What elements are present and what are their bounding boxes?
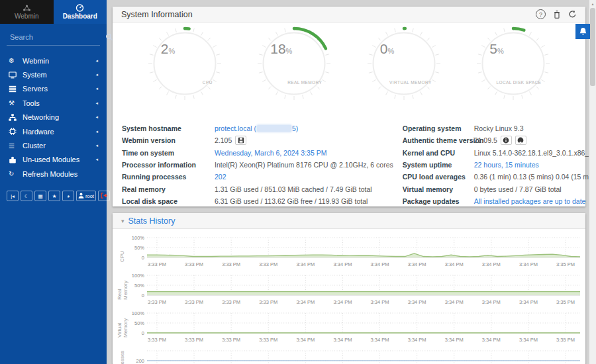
chevron-left-icon: ◂ [95, 143, 98, 148]
sidebar-item-servers[interactable]: Servers◂ [0, 82, 107, 96]
sidebar-item-un-used-modules[interactable]: Un-used Modules◂ [0, 153, 107, 167]
chart-xtick: 3:33 PM [222, 261, 240, 267]
user-button[interactable]: root [76, 191, 96, 201]
notifications-bell-icon[interactable] [575, 24, 590, 39]
usage-stats-button[interactable]: ◕ [62, 191, 74, 201]
search-input[interactable] [9, 32, 105, 42]
info-row: Processor informationIntel(R) Xeon(R) Pl… [122, 159, 393, 171]
chart-xtick: 3:34 PM [445, 299, 464, 305]
chart-plot: 3:33 PM3:33 PM3:33 PM3:33 PM3:34 PM3:34 … [147, 275, 580, 312]
info-row: CPU load averages0.36 (1 min) 0.13 (5 mi… [403, 171, 596, 183]
chart-xtick: 3:34 PM [482, 337, 501, 343]
info-value[interactable]: 202 [215, 173, 226, 181]
sidebar-item-hardware[interactable]: Hardware◂ [0, 124, 107, 138]
system-info-right-column: Operating systemRocky Linux 9.3Authentic… [403, 122, 596, 207]
refresh-icon[interactable] [568, 10, 577, 19]
gauge-virtual-memory: 0% VIRTUAL MEMORY [366, 25, 442, 102]
info-label: Webmin version [122, 136, 215, 144]
gauge-value: 18% [270, 41, 292, 57]
info-label: Real memory [122, 185, 215, 193]
chart-ytick: 50% [134, 283, 144, 289]
info-row: Operating systemRocky Linux 9.3 [403, 122, 596, 134]
scrollbar-up-arrow-icon[interactable]: ▲ [589, 0, 596, 6]
sidebar-item-label: System [23, 71, 47, 79]
pie-icon: ◕ [67, 193, 70, 199]
chart-xtick: 3:33 PM [148, 299, 166, 305]
cluster-icon: ☰ [9, 142, 23, 150]
sidebar-item-label: Tools [23, 99, 40, 107]
info-row: Kernel and CPULinux 5.14.0-362.18.1.el9_… [403, 147, 596, 159]
scrollbar-thumb[interactable] [590, 8, 595, 86]
info-label: Processor information [122, 161, 215, 169]
chart-xtick: 3:34 PM [408, 261, 426, 267]
night-mode-button[interactable]: ☾ [21, 191, 32, 201]
info-label: Running processes [122, 173, 215, 181]
info-label: Package updates [403, 197, 474, 205]
panel-header: System Information ? [113, 7, 585, 23]
system-info-table: System hostnameprotect.local (5)Webmin v… [113, 116, 585, 207]
dashboard-icon [75, 4, 84, 12]
chevron-left-icon: ◂ [95, 72, 98, 77]
image-icon: ▦ [38, 193, 42, 199]
stats-history-title[interactable]: Stats History [128, 216, 175, 226]
tab-dashboard[interactable]: Dashboard [54, 0, 107, 24]
chart-xtick: 3:33 PM [259, 337, 277, 343]
package-icon[interactable] [235, 136, 246, 145]
moon-icon: ☾ [25, 193, 29, 199]
tab-webmin[interactable]: Webmin [0, 0, 54, 24]
gauge-label: VIRTUAL MEMORY [389, 80, 432, 85]
chart-cpu: CPU100%50%03:33 PM3:33 PM3:33 PM3:33 PM3… [117, 237, 585, 275]
chart-ytick: 100% [132, 310, 144, 316]
gauge-real-memory: 18% REAL MEMORY [256, 25, 332, 102]
info-icon[interactable] [501, 136, 512, 145]
info-row: Package updatesAll installed packages ar… [403, 195, 596, 207]
stats-history-header: ▾ Stats History [113, 213, 585, 229]
scrollbar[interactable]: ▲ [589, 0, 596, 364]
sidebar-item-webmin[interactable]: ⚙Webmin◂ [0, 54, 107, 68]
gauge-value: 0% [380, 41, 394, 57]
info-row: System uptime22 hours, 15 minutes [403, 159, 596, 171]
background-button[interactable]: ▦ [34, 191, 46, 201]
info-row: Real memory1.31 GiB used / 851.03 MiB ca… [122, 183, 393, 195]
trash-icon[interactable] [553, 10, 561, 19]
info-label: Operating system [403, 124, 474, 132]
sidebar-item-system[interactable]: System◂ [0, 68, 107, 81]
github-icon[interactable] [515, 136, 526, 145]
chart-ytick: 100% [132, 235, 144, 241]
sidebar-item-label: Hardware [23, 128, 54, 136]
server-icon [9, 85, 23, 93]
help-icon[interactable]: ? [536, 9, 546, 19]
sidebar-item-tools[interactable]: ⚒Tools◂ [0, 96, 107, 110]
sidebar-item-label: Servers [23, 85, 48, 93]
info-label: CPU load averages [403, 173, 474, 181]
chart-axis-label: Real Memory [117, 275, 128, 300]
system-information-panel: System Information ? 2% CPU 18% REAL MEM… [113, 7, 585, 206]
sidebar-item-refresh-modules[interactable]: ↻Refresh Modules [0, 167, 107, 181]
puzzle-icon [9, 156, 23, 163]
collapse-sidebar-button[interactable]: |◂ [7, 191, 19, 201]
info-value[interactable]: All installed packages are up to date [474, 197, 586, 205]
chart-xtick: 3:34 PM [445, 337, 464, 343]
favorites-button[interactable]: ★ [48, 191, 60, 201]
info-value[interactable]: protect.local (5) [215, 124, 298, 132]
user-name-label: root [85, 193, 94, 199]
gauge-label: LOCAL DISK SPACE [496, 80, 541, 85]
gauges-row: 2% CPU 18% REAL MEMORY 0% VIRTUAL MEMORY… [113, 23, 585, 116]
chart-xtick: 3:34 PM [333, 299, 352, 305]
sidebar-item-cluster[interactable]: ☰Cluster◂ [0, 138, 107, 152]
chart-xtick: 3:35 PM [556, 261, 575, 267]
chart-processes: Processes200 [117, 350, 585, 364]
info-value[interactable]: Wednesday, March 6, 2024 3:35 PM [215, 149, 326, 157]
sidebar-item-networking[interactable]: Networking◂ [0, 111, 107, 124]
info-value: Rocky Linux 9.3 [474, 124, 524, 132]
chart-xtick: 3:33 PM [222, 337, 240, 343]
collapse-caret-icon[interactable]: ▾ [121, 218, 124, 224]
info-row: Virtual memory0 bytes used / 7.87 GiB to… [403, 183, 596, 195]
info-row: Local disk space6.31 GiB used / 113.62 G… [122, 195, 393, 207]
chevron-left-icon: ◂ [95, 157, 98, 162]
chart-xtick: 3:33 PM [185, 261, 203, 267]
info-value[interactable]: 22 hours, 15 minutes [474, 161, 539, 169]
sidebar-footer-buttons: |◂☾▦★◕root [7, 191, 110, 201]
chart-xtick: 3:33 PM [185, 337, 203, 343]
chart-xtick: 3:34 PM [333, 261, 352, 267]
